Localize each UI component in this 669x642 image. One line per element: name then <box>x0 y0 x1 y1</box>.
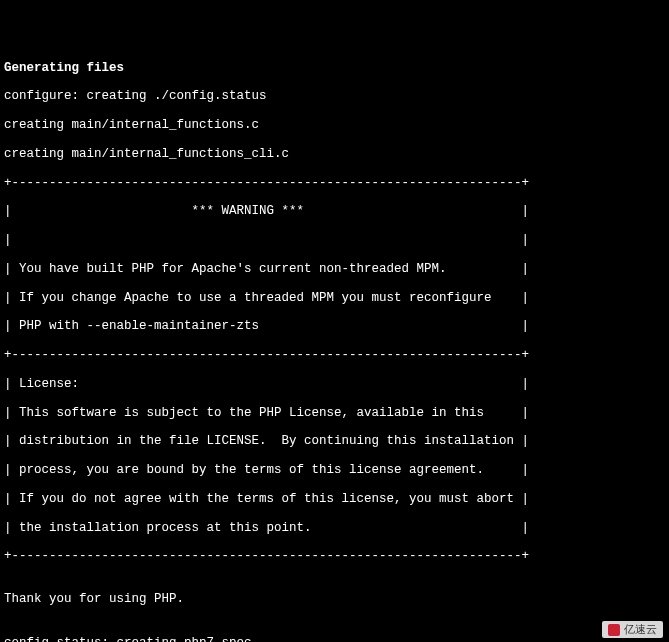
license-box-line-4: | process, you are bound by the terms of… <box>4 463 529 477</box>
warning-box-blank: | | <box>4 233 529 247</box>
status-line: config.status: creating php7.spec <box>4 636 252 643</box>
warning-box-border-top: +---------------------------------------… <box>4 176 529 190</box>
line-configure-status: configure: creating ./config.status <box>4 89 267 103</box>
line-internal-functions: creating main/internal_functions.c <box>4 118 259 132</box>
warning-box-border-mid: +---------------------------------------… <box>4 348 529 362</box>
license-box-line-1: | License: | <box>4 377 529 391</box>
watermark-badge: 亿速云 <box>602 621 663 638</box>
heading-generating-files: Generating files <box>4 61 124 75</box>
license-box-border-bottom: +---------------------------------------… <box>4 549 529 563</box>
line-internal-functions-cli: creating main/internal_functions_cli.c <box>4 147 289 161</box>
warning-box-line-2: | If you change Apache to use a threaded… <box>4 291 529 305</box>
license-box-line-3: | distribution in the file LICENSE. By c… <box>4 434 529 448</box>
warning-box-line-1: | You have built PHP for Apache's curren… <box>4 262 529 276</box>
watermark-text: 亿速云 <box>624 623 657 636</box>
license-box-line-5: | If you do not agree with the terms of … <box>4 492 529 506</box>
thank-you-line: Thank you for using PHP. <box>4 592 184 606</box>
license-box-line-6: | the installation process at this point… <box>4 521 529 535</box>
warning-box-title: | *** WARNING *** | <box>4 204 529 218</box>
warning-box-line-3: | PHP with --enable-maintainer-zts | <box>4 319 529 333</box>
license-box-line-2: | This software is subject to the PHP Li… <box>4 406 529 420</box>
watermark-logo-icon <box>608 624 620 636</box>
